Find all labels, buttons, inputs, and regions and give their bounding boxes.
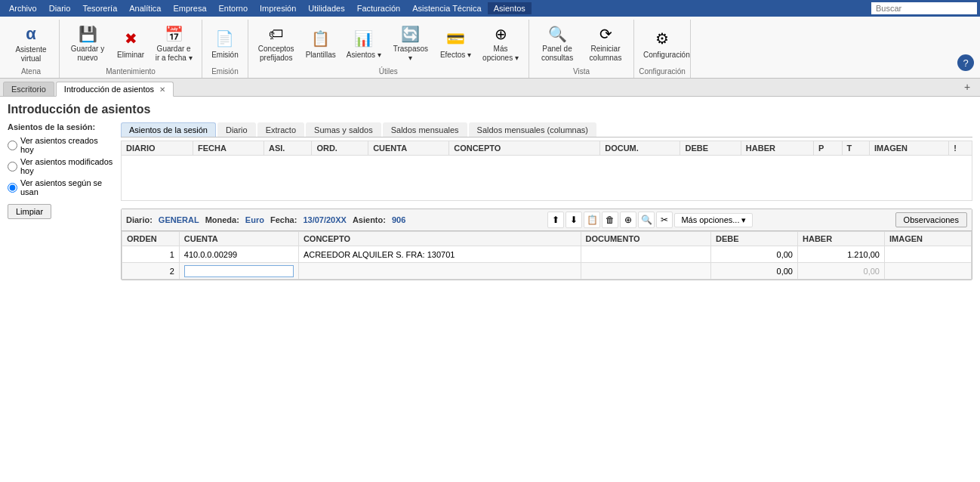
cuenta-input[interactable] bbox=[184, 265, 294, 277]
col-p: P bbox=[814, 141, 843, 156]
ribbon-group-atena-buttons: Asistente virtual bbox=[8, 21, 54, 66]
menu-entorno[interactable]: Entorno bbox=[213, 2, 254, 14]
guardar-nuevo-button[interactable]: 💾 Guardar y nuevo bbox=[64, 22, 111, 66]
menu-bar: Archivo Diario Tesorería Analítica Empre… bbox=[0, 0, 980, 17]
sub-tab-diario[interactable]: Diario bbox=[217, 122, 256, 137]
toolbar-btn-1[interactable]: ⬆ bbox=[547, 212, 564, 228]
radio-modificados-label: Ver asientos modificados hoy bbox=[20, 157, 113, 175]
menu-archivo[interactable]: Archivo bbox=[3, 2, 43, 14]
observaciones-button[interactable]: Observaciones bbox=[895, 212, 967, 227]
col-debe: DEBE bbox=[680, 141, 741, 156]
radio-segun-item[interactable]: Ver asientos según se usan bbox=[8, 178, 113, 196]
col-fecha: FECHA bbox=[193, 141, 264, 156]
eliminar-label: Eliminar bbox=[117, 51, 144, 60]
efectos-button[interactable]: 💳 Efectos ▾ bbox=[436, 22, 476, 66]
asientos-icon: 📊 bbox=[353, 28, 374, 49]
conceptos-prefijados-button[interactable]: 🏷 Conceptos prefijados bbox=[253, 22, 300, 66]
col-asi: ASI. bbox=[263, 141, 311, 156]
conceptos-prefijados-label: Conceptos prefijados bbox=[257, 45, 295, 63]
efectos-icon: 💳 bbox=[445, 28, 466, 49]
atena-group-label: Atena bbox=[8, 66, 54, 78]
radio-modificados-input[interactable] bbox=[8, 162, 17, 171]
tab-bar: Escritorio Introducción de asientos ✕ + bbox=[0, 79, 980, 97]
templates-icon: 📋 bbox=[310, 28, 331, 49]
mas-opciones-button[interactable]: ⊕ Más opciones ▾ bbox=[477, 22, 524, 66]
entry-col-imagen: IMAGEN bbox=[884, 232, 971, 246]
right-panel: Asientos de la sesión Diario Extracto Su… bbox=[121, 122, 972, 280]
emision-button[interactable]: 📄 Emisión bbox=[207, 22, 243, 66]
utiles-group-label: Útiles bbox=[253, 66, 524, 78]
mas-opciones-label: Más opciones ▾ bbox=[482, 45, 519, 63]
reiniciar-columnas-label: Reiniciar columnas bbox=[587, 45, 624, 63]
radio-hoy-input[interactable] bbox=[8, 141, 17, 150]
entry-r2-cuenta[interactable] bbox=[179, 263, 298, 280]
add-tab-button[interactable]: + bbox=[960, 80, 974, 94]
ribbon-group-vista-buttons: 🔍 Panel de consultas ⟳ Reiniciar columna… bbox=[534, 21, 629, 66]
menu-asientos[interactable]: Asientos bbox=[488, 2, 532, 14]
menu-asistencia[interactable]: Asistencia Técnica bbox=[406, 2, 488, 14]
menu-facturacion[interactable]: Facturación bbox=[351, 2, 406, 14]
save-date-icon: 📅 bbox=[163, 25, 184, 43]
entry-r1-cuenta: 410.0.0.00299 bbox=[179, 246, 298, 263]
radio-segun-input[interactable] bbox=[8, 183, 17, 193]
empty-cell bbox=[122, 156, 972, 201]
col-ord: ORD. bbox=[312, 141, 368, 156]
sub-tab-extracto[interactable]: Extracto bbox=[257, 122, 304, 137]
tab-close-icon[interactable]: ✕ bbox=[159, 85, 165, 94]
radio-modificados-item[interactable]: Ver asientos modificados hoy bbox=[8, 157, 113, 175]
tab-introduccion-asientos-label: Introducción de asientos bbox=[64, 85, 154, 94]
radio-group: Ver asientos creados hoy Ver asientos mo… bbox=[8, 136, 113, 196]
panel-icon: 🔍 bbox=[547, 25, 568, 43]
menu-analitica[interactable]: Analítica bbox=[123, 2, 167, 14]
tab-escritorio[interactable]: Escritorio bbox=[3, 82, 54, 96]
traspasos-button[interactable]: 🔄 Traspasos ▾ bbox=[387, 22, 434, 66]
menu-tesoreria[interactable]: Tesorería bbox=[76, 2, 123, 14]
toolbar-btn-7[interactable]: ✂ bbox=[656, 212, 673, 228]
entry-col-documento: DOCUMENTO bbox=[581, 232, 710, 246]
mantenimiento-group-label: Mantenimiento bbox=[64, 66, 197, 78]
menu-empresa[interactable]: Empresa bbox=[167, 2, 212, 14]
sub-tab-saldos-mensuales[interactable]: Saldos mensuales bbox=[383, 122, 467, 137]
asistente-virtual-button[interactable]: Asistente virtual bbox=[8, 22, 54, 66]
toolbar-btn-4[interactable]: 🗑 bbox=[602, 212, 618, 228]
asientos-label: Asientos ▾ bbox=[347, 51, 381, 60]
vista-group-label: Vista bbox=[534, 66, 629, 78]
toolbar-btn-5[interactable]: ⊕ bbox=[620, 212, 636, 228]
entry-row-1: 1 410.0.0.00299 ACREEDOR ALQUILER S. FRA… bbox=[122, 246, 972, 263]
mas-opciones-entry-chevron: ▾ bbox=[741, 215, 746, 225]
menu-diario[interactable]: Diario bbox=[43, 2, 77, 14]
reiniciar-columnas-button[interactable]: ⟳ Reiniciar columnas bbox=[582, 22, 629, 66]
guardar-nuevo-label: Guardar y nuevo bbox=[69, 45, 106, 63]
sub-tab-sumas-saldos[interactable]: Sumas y saldos bbox=[306, 122, 381, 137]
panel-consultas-button[interactable]: 🔍 Panel de consultas bbox=[534, 22, 581, 66]
panel-consultas-label: Panel de consultas bbox=[538, 45, 576, 63]
sub-tab-asientos-sesion[interactable]: Asientos de la sesión bbox=[121, 122, 216, 137]
toolbar-btn-2[interactable]: ⬇ bbox=[566, 212, 582, 228]
guardar-fecha-label: Guardar e ir a fecha ▾ bbox=[155, 45, 193, 63]
menu-utilidades[interactable]: Utilidades bbox=[302, 2, 350, 14]
plantillas-button[interactable]: 📋 Plantillas bbox=[301, 22, 341, 66]
tab-introduccion-asientos[interactable]: Introducción de asientos ✕ bbox=[56, 82, 174, 97]
entry-r2-orden: 2 bbox=[122, 263, 180, 280]
entry-r1-orden: 1 bbox=[122, 246, 180, 263]
bottom-toolbar: Diario: GENERAL Moneda: Euro Fecha: 13/0… bbox=[122, 209, 972, 231]
ribbon-group-configuracion: ⚙ Configuración Configuración bbox=[634, 20, 691, 78]
search-input[interactable] bbox=[871, 2, 977, 14]
toolbar-btn-6[interactable]: 🔍 bbox=[638, 212, 655, 228]
bottom-section: Diario: GENERAL Moneda: Euro Fecha: 13/0… bbox=[121, 209, 972, 280]
radio-hoy-item[interactable]: Ver asientos creados hoy bbox=[8, 136, 113, 154]
entry-col-debe: DEBE bbox=[711, 232, 798, 246]
asientos-button[interactable]: 📊 Asientos ▾ bbox=[342, 22, 386, 66]
toolbar-btn-3[interactable]: 📋 bbox=[584, 212, 600, 228]
eliminar-button[interactable]: ✖ Eliminar bbox=[112, 22, 149, 66]
configuracion-button[interactable]: ⚙ Configuración bbox=[639, 22, 686, 66]
limpiar-button[interactable]: Limpiar bbox=[8, 204, 51, 219]
diario-value: GENERAL bbox=[159, 215, 199, 224]
configuracion-group-label: Configuración bbox=[639, 66, 686, 78]
guardar-fecha-button[interactable]: 📅 Guardar e ir a fecha ▾ bbox=[150, 22, 197, 66]
mas-opciones-entry-button[interactable]: Más opciones... ▾ bbox=[674, 213, 753, 227]
help-button[interactable]: ? bbox=[957, 54, 974, 71]
diario-label: Diario: bbox=[126, 215, 153, 224]
menu-impresion[interactable]: Impresión bbox=[254, 2, 302, 14]
sub-tab-saldos-mensuales-columnas[interactable]: Saldos mensuales (columnas) bbox=[469, 122, 596, 137]
